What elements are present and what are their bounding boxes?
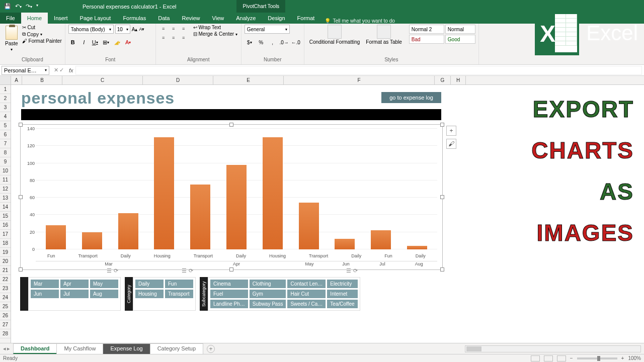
row-header[interactable]: 24 [0, 293, 11, 302]
resize-handle[interactable] [440, 267, 444, 272]
tab-nav-prev-icon[interactable]: ◂ [3, 345, 6, 352]
new-sheet-button[interactable]: + [207, 345, 215, 353]
ribbon-tab-format[interactable]: Format [291, 13, 321, 24]
format-as-table-button[interactable]: Format as Table [364, 25, 404, 45]
slicer-item[interactable]: May [90, 280, 118, 288]
row-header[interactable]: 1 [0, 85, 11, 94]
conditional-formatting-button[interactable]: Conditional Formatting [307, 25, 362, 45]
increase-decimal-icon[interactable]: .0→ [279, 38, 289, 47]
slicer-item[interactable]: Mar [31, 280, 59, 288]
horizontal-scrollbar[interactable] [465, 345, 641, 352]
resize-handle[interactable] [19, 123, 23, 127]
border-button[interactable]: ⊞▾ [102, 38, 111, 47]
undo-icon[interactable]: ↶▾ [15, 3, 22, 10]
row-header[interactable]: 13 [0, 194, 11, 203]
chart-bar[interactable] [335, 239, 355, 249]
slicer-item[interactable]: Landline Ph… [210, 300, 248, 308]
sheet-tab[interactable]: Dashboard [13, 343, 57, 354]
slicer-item[interactable]: Fuel [210, 290, 248, 298]
clear-filter-icon[interactable]: ⟳ [353, 267, 358, 274]
ribbon-tab-home[interactable]: Home [21, 13, 48, 24]
ribbon-tab-review[interactable]: Review [176, 13, 206, 24]
zoom-slider[interactable] [577, 357, 617, 359]
italic-button[interactable]: I [79, 38, 89, 47]
resize-handle[interactable] [440, 195, 444, 199]
row-header[interactable]: 21 [0, 266, 11, 275]
cut-button[interactable]: ✂Cut [22, 25, 62, 30]
slicer-item[interactable]: Daily [135, 280, 164, 288]
font-color-button[interactable]: A▾ [124, 38, 133, 47]
slicer-item[interactable]: Electricity [327, 280, 357, 288]
align-top-icon[interactable]: ≡ [159, 25, 168, 33]
column-header[interactable]: C [62, 76, 143, 84]
number-format-select[interactable]: General▾ [245, 25, 290, 34]
row-header[interactable]: 15 [0, 212, 11, 221]
zoom-in-icon[interactable]: + [621, 355, 624, 361]
cell-styles-gallery[interactable]: Normal 2 Normal Bad Good [409, 25, 475, 44]
name-box[interactable]: Personal E…▾ [2, 66, 49, 75]
column-header[interactable]: F [284, 76, 435, 84]
page-layout-view-icon[interactable] [544, 355, 553, 361]
slicer-item[interactable]: Contact Len… [287, 280, 326, 288]
row-header[interactable]: 2 [0, 94, 11, 103]
slicer-item[interactable]: Sweets / Ca… [287, 300, 326, 308]
redo-icon[interactable]: ↷▾ [26, 3, 32, 10]
underline-button[interactable]: U▾ [91, 38, 100, 47]
wrap-text-button[interactable]: ↩ Wrap Text [193, 25, 237, 30]
sheet-tab[interactable]: Expense Log [103, 343, 150, 354]
row-header[interactable]: 5 [0, 121, 11, 130]
row-header[interactable]: 28 [0, 329, 11, 338]
bold-button[interactable]: B [68, 38, 77, 47]
row-header[interactable]: 27 [0, 320, 11, 329]
ribbon-tab-view[interactable]: View [206, 13, 230, 24]
chart-bar[interactable] [190, 185, 210, 249]
chart-styles-button[interactable]: 🖌 [446, 139, 456, 149]
row-header[interactable]: 8 [0, 148, 11, 157]
chart-bar[interactable] [226, 165, 247, 249]
fill-color-button[interactable]: ◢▾ [113, 38, 122, 47]
column-header[interactable]: A [11, 76, 22, 84]
paste-button[interactable]: Paste ▾ [3, 25, 20, 53]
chart-bar[interactable] [299, 203, 319, 249]
chart-bar[interactable] [46, 225, 66, 249]
format-painter-button[interactable]: 🖌Format Painter [22, 38, 62, 44]
slicer-item[interactable]: Internet [327, 290, 357, 298]
multi-select-icon[interactable]: ☰ [107, 267, 112, 274]
zoom-out-icon[interactable]: − [570, 355, 573, 361]
increase-font-icon[interactable]: A▴ [132, 27, 138, 32]
ribbon-tab-analyze[interactable]: Analyze [230, 13, 262, 24]
slicer-item[interactable]: Gym [250, 290, 286, 298]
chart-bar[interactable] [263, 137, 283, 249]
multi-select-icon[interactable]: ☰ [346, 267, 351, 274]
resize-handle[interactable] [19, 195, 23, 199]
merge-center-button[interactable]: ⊟ Merge & Center ▾ [193, 31, 237, 37]
align-left-icon[interactable]: ≡ [159, 34, 168, 42]
sheet-tab[interactable]: My Cashflow [56, 343, 103, 354]
row-header[interactable]: 17 [0, 230, 11, 239]
column-header[interactable]: H [451, 76, 466, 84]
row-header[interactable]: 4 [0, 112, 11, 121]
clear-filter-icon[interactable]: ⟳ [114, 267, 118, 274]
resize-handle[interactable] [19, 267, 23, 272]
chart-elements-button[interactable]: + [446, 126, 456, 136]
slicer-item[interactable]: Cinema [210, 280, 248, 288]
slicer-item[interactable]: Hair Cut [287, 290, 326, 298]
row-header[interactable]: 11 [0, 175, 11, 185]
ribbon-tab-insert[interactable]: Insert [48, 13, 74, 24]
resize-handle[interactable] [229, 267, 233, 272]
ribbon-tab-formulas[interactable]: Formulas [117, 13, 152, 24]
row-header[interactable]: 26 [0, 311, 11, 320]
copy-button[interactable]: ⧉Copy ▾ [22, 31, 62, 37]
row-header[interactable]: 25 [0, 302, 11, 311]
currency-icon[interactable]: $▾ [245, 38, 255, 47]
ribbon-tab-design[interactable]: Design [262, 13, 291, 24]
row-header[interactable]: 12 [0, 185, 11, 194]
row-header[interactable]: 16 [0, 221, 11, 230]
column-header[interactable]: E [213, 76, 284, 84]
slicer-item[interactable]: Jun [31, 290, 59, 298]
tell-me-search[interactable]: 💡 Tell me what you want to do [325, 18, 394, 24]
formula-input[interactable] [75, 66, 642, 75]
resize-handle[interactable] [440, 123, 444, 127]
align-bottom-icon[interactable]: ≡ [179, 25, 188, 33]
slicer-item[interactable]: Transport [165, 290, 193, 298]
